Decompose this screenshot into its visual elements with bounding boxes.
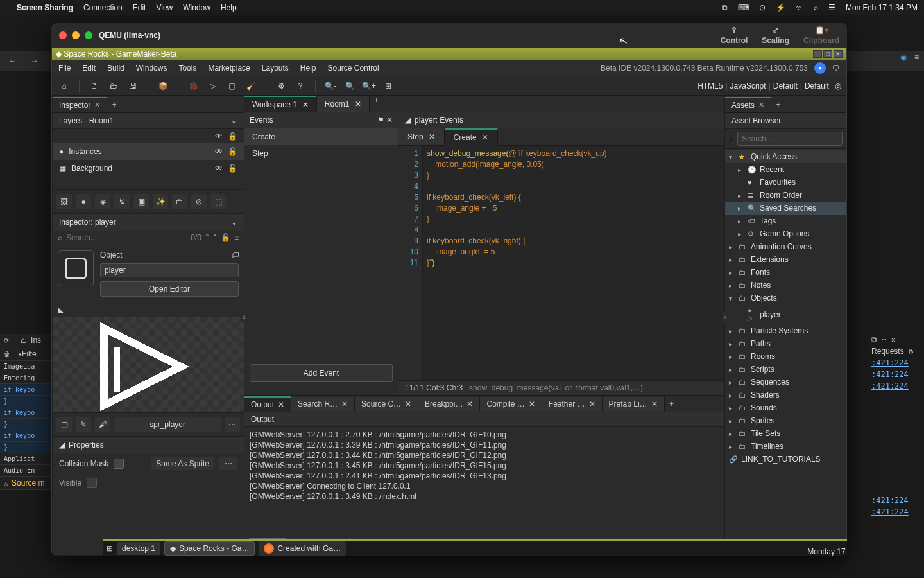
folder-shaders[interactable]: ▸🗀Shaders	[725, 389, 846, 401]
tab-inspector[interactable]: Inspector ✕	[53, 97, 107, 112]
code-tab-step[interactable]: Step✕	[398, 128, 445, 145]
close-icon[interactable]: ✕	[529, 399, 535, 408]
output-tab-search[interactable]: Search R…✕	[291, 397, 355, 411]
menu-layouts[interactable]: Layouts	[262, 64, 289, 73]
layer-background[interactable]: ▦ Background 👁 🔓	[53, 160, 244, 177]
visibility-icon[interactable]: 👁	[215, 132, 223, 141]
inherit-icon[interactable]: ⬚	[210, 194, 226, 209]
taskbar-clock[interactable]: 13:34Monday 17 February	[807, 541, 847, 556]
close-icon[interactable]: ✕	[758, 101, 764, 109]
path-layer-icon[interactable]: ↯	[114, 194, 130, 209]
inspector-subheader[interactable]: Inspector: player ⌄	[53, 214, 244, 231]
mac-app-name[interactable]: Screen Sharing	[17, 3, 73, 12]
next-icon[interactable]: ˅	[213, 233, 217, 242]
close-icon[interactable]: ✕	[355, 100, 361, 109]
sprite-select-icon[interactable]: ▢	[56, 417, 72, 432]
folder-sequences[interactable]: ▸🗀Sequences	[725, 376, 846, 389]
qemu-titlebar[interactable]: QEMU (lima-vnc) ⇪Control ⤢Scaling 📋▾Clip…	[51, 23, 847, 48]
help-icon[interactable]: ?	[293, 79, 307, 93]
close-icon[interactable]: ✕	[429, 132, 435, 141]
output-tab-compile[interactable]: Compile …✕	[480, 397, 542, 411]
add-tab-button[interactable]: +	[665, 399, 679, 408]
traffic-lights[interactable]	[59, 31, 92, 39]
collapse-icon[interactable]: ◢	[405, 116, 411, 125]
save-icon[interactable]: 🖫	[126, 79, 140, 93]
asset-search-input[interactable]	[737, 132, 843, 146]
zoom-reset-icon[interactable]: 🔍	[343, 79, 357, 93]
collision-checkbox[interactable]	[114, 459, 124, 469]
open-editor-button[interactable]: Open Editor	[100, 281, 239, 297]
asset-layer-icon[interactable]: ▣	[133, 194, 149, 209]
workspace-indicator[interactable]: desktop 1	[117, 542, 160, 555]
close-icon[interactable]: ✕	[278, 400, 284, 409]
close-icon[interactable]: ✕	[341, 399, 348, 408]
mac-clock[interactable]: Mon Feb 17 1:34 PM	[846, 3, 918, 12]
show-desktop-icon[interactable]: ⊞	[107, 544, 113, 553]
menu-build[interactable]: Build	[107, 64, 124, 73]
zoom-in-icon[interactable]: 🔍+	[362, 79, 376, 93]
qa-saved-searches[interactable]: ▸🔍Saved Searches	[725, 202, 846, 215]
control-center-icon[interactable]: ☰	[828, 3, 835, 12]
visibility-icon[interactable]: 👁	[215, 147, 223, 156]
folder-fonts[interactable]: ▸🗀Fonts	[725, 266, 846, 279]
chevron-down-icon[interactable]: ⌄	[231, 116, 237, 125]
close-icon[interactable]: ✕	[94, 101, 100, 109]
search-icon[interactable]: ⌕	[814, 3, 818, 12]
qemu-scaling-button[interactable]: ⤢Scaling	[762, 26, 789, 45]
menu-help[interactable]: Help	[300, 64, 316, 73]
code-body[interactable]: 1234567891011 show_debug_message(@"if ke…	[398, 146, 724, 380]
output-tab-breakpoints[interactable]: Breakpoi…✕	[418, 397, 480, 411]
properties-header[interactable]: ◢Properties	[53, 437, 244, 453]
add-event-button[interactable]: Add Event	[250, 364, 393, 382]
mac-menu-window[interactable]: Window	[183, 3, 210, 12]
folder-rooms[interactable]: ▸🗀Rooms	[725, 350, 846, 363]
account-avatar[interactable]: ●	[814, 62, 826, 74]
taskbar-gamemaker[interactable]: ◆Space Rocks - Ga…	[164, 541, 255, 556]
menu-source-control[interactable]: Source Control	[328, 64, 379, 73]
dock-arrow-left[interactable]: «	[241, 312, 247, 322]
minimize-icon[interactable]	[72, 31, 80, 39]
back-icon[interactable]: ←	[5, 53, 21, 69]
menu-icon[interactable]: ≡	[234, 233, 239, 242]
docking-icon[interactable]: ⊞	[381, 79, 395, 93]
menu-edit[interactable]: Edit	[82, 64, 96, 73]
target-selector[interactable]: HTML5|JavaScript|Default|Default ◎	[697, 82, 841, 91]
add-tab-button[interactable]: +	[107, 100, 121, 109]
folder-sounds[interactable]: ▸🗀Sounds	[725, 401, 846, 414]
debug-icon[interactable]: 🐞	[186, 79, 200, 93]
object-name-input[interactable]	[100, 263, 239, 277]
sprite-name[interactable]: spr_player	[114, 417, 221, 432]
tab-assets[interactable]: Assets✕	[725, 97, 771, 112]
close-icon[interactable]: ✕	[834, 50, 843, 58]
sprite-paint-icon[interactable]: 🖌	[95, 417, 110, 432]
mac-menu-connection[interactable]: Connection	[83, 3, 123, 12]
add-tab-button[interactable]: +	[370, 96, 384, 112]
layer-instances[interactable]: ● Instances 👁 🔓	[53, 143, 244, 160]
add-layer-icon[interactable]: 🖼	[56, 194, 72, 209]
code-text[interactable]: show_debug_message(@"if keyboard_check(v…	[423, 146, 611, 380]
tag-icon[interactable]: 🏷	[231, 250, 239, 259]
close-icon[interactable]: ✕	[466, 399, 473, 408]
taskbar-firefox[interactable]: Created with Ga…	[259, 541, 346, 556]
lock-icon[interactable]: 🔓	[228, 164, 237, 173]
collapse-icon[interactable]: ◣	[58, 305, 64, 314]
status-icon[interactable]: ⊙	[759, 3, 766, 12]
wifi-icon[interactable]: ᯤ	[796, 3, 803, 12]
game-options-icon[interactable]: ⚙	[274, 79, 288, 93]
quick-access[interactable]: ▾★Quick Access	[725, 150, 846, 163]
mac-menu-help[interactable]: Help	[221, 3, 237, 12]
asset-player[interactable]: ● ▷player	[725, 304, 846, 324]
minimize-icon[interactable]: _	[813, 50, 822, 58]
chevron-down-icon[interactable]: ⌄	[231, 218, 237, 227]
fx-layer-icon[interactable]: ✨	[153, 194, 168, 209]
folder-extensions[interactable]: ▸🗀Extensions	[725, 253, 846, 266]
close-icon[interactable]: ✕	[482, 133, 488, 142]
folder-icon[interactable]: 🗀	[172, 194, 187, 209]
output-tab-output[interactable]: Output✕	[244, 396, 291, 412]
stop-icon[interactable]: ▢	[225, 79, 239, 93]
qemu-control-button[interactable]: ⇪Control	[721, 26, 748, 45]
menu-tools[interactable]: Tools	[178, 64, 196, 73]
zoom-out-icon[interactable]: 🔍-	[323, 79, 338, 93]
folder-sprites[interactable]: ▸🗀Sprites	[725, 414, 846, 427]
line-gutter[interactable]: 1234567891011	[398, 146, 423, 380]
